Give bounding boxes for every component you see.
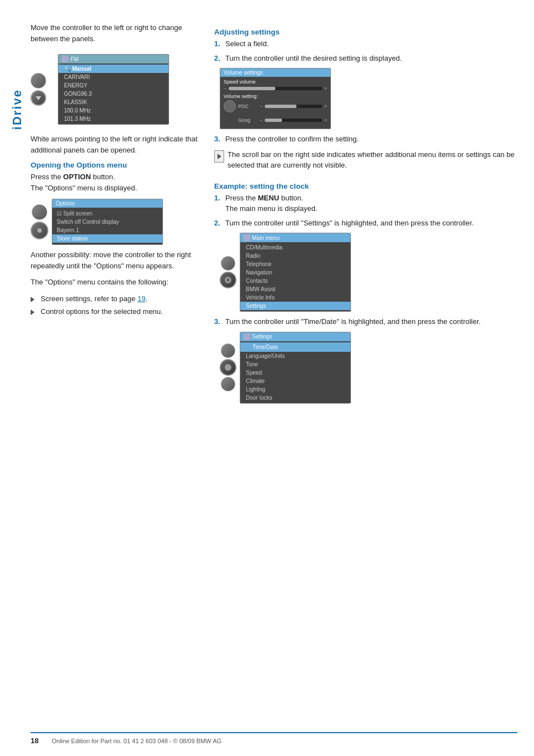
gong-plus: + bbox=[324, 117, 327, 123]
triangle-icon-2 bbox=[31, 310, 34, 315]
example-step-text-2: Turn the controller until "Settings" is … bbox=[225, 218, 474, 229]
bullet-text-1: Screen settings, refer to page 19. bbox=[41, 293, 147, 305]
example-step-num-2: 2. bbox=[214, 218, 225, 229]
mm-row-radio: Radio bbox=[240, 252, 350, 260]
example-step-text-1: Press the MENU button. The main menu is … bbox=[225, 193, 317, 214]
options-screen-body: ☑ Split screen Switch off Control displa… bbox=[52, 208, 162, 244]
step-num-1: 1. bbox=[214, 38, 225, 50]
example-steps-list: 1. Press the MENU button. The main menu … bbox=[214, 193, 517, 229]
scroll-note-box: The scroll bar on the right side indicat… bbox=[214, 149, 517, 176]
settings-controller bbox=[220, 343, 236, 391]
step-text-3: Press the controller to confirm the sett… bbox=[225, 134, 359, 145]
controller-main bbox=[31, 90, 46, 106]
gong-minus: − bbox=[260, 117, 263, 123]
scroll-indicator-arrow bbox=[217, 154, 221, 159]
pdc-plus: + bbox=[324, 104, 327, 109]
main-menu-header-label: Main menu bbox=[252, 235, 279, 241]
controller-graphic-2 bbox=[31, 204, 48, 239]
menu-keyword: MENU bbox=[258, 194, 279, 202]
adjusting-steps-list: 1. Select a field. 2. Turn the controlle… bbox=[214, 38, 517, 63]
settings-ctrl-bottom bbox=[221, 377, 235, 391]
adjusting-settings-heading: Adjusting settings bbox=[214, 28, 517, 36]
step-text-2: Turn the controller until the desired se… bbox=[225, 53, 402, 64]
mm-row-cd: CD/Multimedia bbox=[240, 243, 350, 252]
triangle-bullet-icon-2 bbox=[31, 306, 41, 317]
main-menu-ctrl-top bbox=[221, 256, 235, 271]
speed-volume-label: Speed volume bbox=[224, 79, 327, 85]
example-step-num-1: 1. bbox=[214, 193, 225, 214]
gear-icon bbox=[225, 277, 231, 283]
mm-row-contacts: Contacts bbox=[240, 277, 350, 285]
mm-row-telephone: Telephone bbox=[240, 260, 350, 268]
vol-minus-icon: − bbox=[224, 86, 226, 91]
scroll-indicator bbox=[214, 150, 224, 163]
controller-graphic bbox=[31, 73, 46, 106]
volume-setting-label: Volume setting: bbox=[224, 94, 327, 99]
main-menu-controller bbox=[220, 256, 236, 288]
page-link-19[interactable]: 19 bbox=[137, 294, 145, 303]
settings-ctrl-top bbox=[221, 343, 235, 358]
fm-row-gong: GONG96.3 bbox=[58, 90, 169, 98]
settings-row-lighting: Lighting bbox=[240, 385, 350, 394]
scroll-note-text: The scroll bar on the right side indicat… bbox=[228, 149, 517, 171]
main-menu-screen: Main menu CD/Multimedia Radio Telephone … bbox=[240, 233, 351, 312]
vol-controller-icon bbox=[224, 100, 236, 112]
bullet-list: Screen settings, refer to page 19. Contr… bbox=[31, 293, 197, 317]
fm-screen-wrapper: FM 🔍 Manual CARIVARI ENERGY GONG96.3 KLA… bbox=[31, 50, 197, 129]
fm-row-101mhz: 101.3 MHz bbox=[58, 115, 169, 123]
fm-row-manual: 🔍 Manual bbox=[58, 65, 169, 73]
vol-gong-bar bbox=[265, 119, 322, 122]
example-step-num-3: 3. bbox=[214, 316, 225, 327]
fm-icon bbox=[62, 56, 68, 62]
mm-row-settings: Settings bbox=[240, 302, 350, 310]
vol-plus-icon: + bbox=[324, 86, 327, 91]
fm-screen-body: 🔍 Manual CARIVARI ENERGY GONG96.3 KLASSI… bbox=[58, 63, 169, 124]
mm-row-vehicleinfo: Vehicle Info bbox=[240, 293, 350, 302]
options-intro-text: Press the OPTION button. The "Options" m… bbox=[31, 171, 197, 193]
fm-row-energy: ENERGY bbox=[58, 81, 169, 90]
white-arrows-text: White arrows pointing to the left or rig… bbox=[31, 134, 197, 155]
checkmark-icon: ✓ bbox=[246, 343, 251, 351]
main-menu-ctrl-main bbox=[220, 272, 236, 288]
mm-row-navigation: Navigation bbox=[240, 268, 350, 277]
adjusting-step-2: 2. Turn the controller until the desired… bbox=[214, 53, 517, 64]
fm-header-label: FM bbox=[71, 56, 78, 62]
settings-row-language: Language/Units bbox=[240, 352, 350, 360]
settings-row-timedate: ✓ Time/Date bbox=[240, 342, 350, 352]
step-text-1: Select a field. bbox=[225, 38, 269, 50]
settings-screen-header: Settings bbox=[240, 332, 350, 341]
gong-label: Gong bbox=[238, 117, 258, 123]
another-possibility-text: Another possibility: move the controller… bbox=[31, 249, 197, 271]
fm-row-carivari: CARIVARI bbox=[58, 73, 169, 81]
right-column: Adjusting settings 1. Select a field. 2.… bbox=[209, 22, 517, 408]
page-footer: 18 Online Edition for Part no. 01 41 2 6… bbox=[31, 732, 517, 745]
options-screen: Options ☑ Split screen Switch off Contro… bbox=[52, 199, 163, 245]
settings-row-climate: Climate bbox=[240, 377, 350, 385]
settings-icon bbox=[244, 333, 250, 340]
options-menu-heading: Opening the Options menu bbox=[31, 161, 197, 169]
settings-row-tone: Tone bbox=[240, 360, 350, 369]
adjusting-step-3: 3. Press the controller to confirm the s… bbox=[214, 134, 517, 145]
vol-speed-bar bbox=[229, 87, 322, 90]
settings-row-speed: Speed bbox=[240, 369, 350, 377]
triangle-bullet-icon-1 bbox=[31, 293, 41, 305]
vol-speed-fill bbox=[229, 87, 275, 90]
gear-center bbox=[226, 278, 230, 282]
mm-row-bmwassist: BMW Assist bbox=[240, 285, 350, 293]
triangle-icon bbox=[31, 297, 34, 302]
example-step-text-3: Turn the controller until "Time/Date" is… bbox=[225, 316, 481, 327]
controller-circle-top bbox=[31, 73, 46, 89]
example-step-2: 2. Turn the controller until "Settings" … bbox=[214, 218, 517, 229]
vol-speed-bar-row: − + bbox=[224, 86, 327, 91]
settings-row-doorlocks: Door locks bbox=[240, 394, 350, 402]
vol-controller-row: PDC − + bbox=[224, 100, 327, 112]
options-row-store: Store station bbox=[52, 234, 162, 243]
page-section-label: iDrive bbox=[10, 89, 24, 130]
controller-main-2 bbox=[31, 222, 48, 239]
example-step-1: 1. Press the MENU button. The main menu … bbox=[214, 193, 517, 214]
menu-icon bbox=[244, 234, 250, 241]
adjusting-step-1: 1. Select a field. bbox=[214, 38, 517, 50]
options-row-bayern: Bayern 1 bbox=[52, 226, 162, 234]
options-row-switchoff: Switch off Control display bbox=[52, 218, 162, 226]
settings-gear-icon bbox=[225, 364, 231, 371]
